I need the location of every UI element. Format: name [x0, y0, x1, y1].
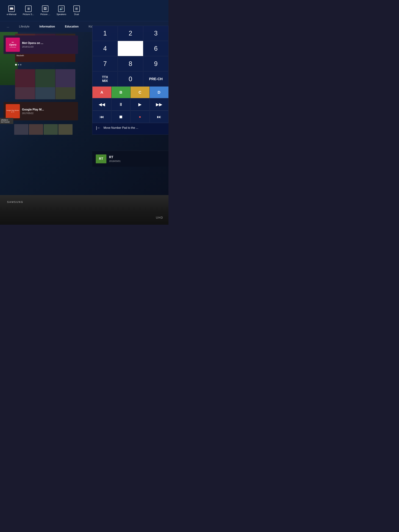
btn-pause[interactable]: ⏸ [112, 98, 131, 110]
sothebys-area: otheby's 017/11/22 [0, 118, 13, 124]
video-cell-1 [15, 69, 35, 87]
opera-card[interactable]: Met Opera on Demand Met Opera on ... 201… [4, 35, 78, 54]
numpad-overlay: 1 2 3 4 6 7 8 [92, 26, 168, 135]
emanual-icon: 📖 [8, 6, 15, 12]
numpad-key-9[interactable]: 9 [143, 56, 168, 71]
picture-icon: 🖼 [42, 6, 48, 12]
bottom-thumbnails [14, 124, 75, 135]
btn-record[interactable]: ● [131, 111, 150, 123]
color-btn-d[interactable]: D [150, 87, 169, 98]
numpad-key-4[interactable]: 4 [92, 41, 118, 56]
tv-screen: 📖 e-Manual 🖥 Picture S... 🖼 Picture ... … [0, 0, 168, 195]
btn-play[interactable]: ▶ [131, 98, 150, 110]
video-cell-5 [35, 87, 55, 99]
carousel-dots [15, 64, 21, 66]
dot-2[interactable] [18, 64, 19, 65]
macbeth-title: Macbeth [17, 54, 24, 57]
uhd-badge: UHD [156, 216, 163, 219]
speakers-label: Speakers [57, 13, 66, 16]
nav-item-information[interactable]: Information [38, 24, 56, 29]
btn-stop[interactable]: ⏹ [112, 111, 131, 123]
gplay-thumb-label: Google Play Movies & TV [6, 109, 20, 114]
numpad-grid: 1 2 3 4 6 7 8 [92, 26, 168, 87]
color-btn-a[interactable]: A [92, 87, 111, 98]
btn-skip-back[interactable]: ⏮ [92, 111, 111, 123]
btn-skip-forward[interactable]: ⏭ [150, 111, 169, 123]
numpad-key-ttx[interactable]: TTX MIX [92, 71, 118, 87]
numpad-key-prech[interactable]: PRE-CH [143, 71, 168, 87]
video-cell-6 [56, 87, 75, 99]
numpad-key-6[interactable]: 6 [143, 41, 168, 56]
dual-icon: ⊞ [73, 6, 80, 12]
bottom-thumb-1 [14, 124, 28, 135]
video-strip-top [15, 69, 75, 87]
numpad-key-5[interactable] [118, 41, 143, 56]
samsung-logo: SAMSUNG [7, 201, 23, 203]
bottom-thumb-3 [44, 124, 58, 135]
rt-card[interactable]: RT RT 2018/03/01 [92, 151, 168, 167]
media-controls-row1: ◀◀ ⏸ ▶ ▶▶ [92, 98, 168, 110]
video-cell-3 [56, 69, 75, 87]
media-controls-row2: ⏮ ⏹ ● ⏭ [92, 110, 168, 123]
rt-info: RT 2018/03/01 [109, 155, 120, 162]
opera-opera-label: Opera [9, 43, 16, 46]
top-toolbar: 📖 e-Manual 🖥 Picture S... 🖼 Picture ... … [0, 0, 168, 21]
opera-title: Met Opera on ... [22, 42, 43, 45]
color-btn-b[interactable]: B [112, 87, 131, 98]
rt-logo: RT [96, 154, 106, 163]
gplay-date: 2017/05/22 [22, 112, 44, 114]
nav-item-education[interactable]: Education [63, 24, 80, 29]
opera-info: Met Opera on ... 2016/11/10 [22, 42, 43, 48]
macbeth-label: Macbeth [15, 54, 75, 57]
dot-1[interactable] [15, 64, 17, 66]
toolbar-item-emanual[interactable]: 📖 e-Manual [4, 4, 19, 17]
opera-date: 2016/11/10 [22, 45, 43, 48]
nav-item-dots[interactable]: ... [5, 24, 11, 29]
nav-item-lifestyle[interactable]: Lifestyle [18, 24, 31, 29]
bottom-thumb-4 [58, 124, 73, 135]
opera-demand-label: on Demand [10, 46, 16, 48]
numpad-key-1[interactable]: 1 [92, 26, 118, 41]
sothebys-date: 017/11/22 [1, 121, 13, 123]
picture-size-label: Picture S... [23, 13, 34, 16]
dot-3[interactable] [20, 64, 21, 65]
picture-label: Picture ... [40, 13, 50, 16]
sothebys-title: otheby's [1, 119, 13, 121]
rt-date: 2018/03/01 [109, 160, 120, 162]
btn-fast-forward[interactable]: ▶▶ [150, 98, 169, 110]
toolbar-item-dual[interactable]: ⊞ Dual [70, 4, 84, 17]
numpad-key-0[interactable]: 0 [118, 71, 143, 87]
picture-size-icon: 🖥 [25, 6, 32, 12]
gplay-info: Google Play M... 2017/05/22 [22, 108, 44, 114]
bottom-thumb-2 [29, 124, 43, 135]
toolbar-item-speakers[interactable]: 🔊 Speakers [53, 4, 70, 17]
color-buttons-row: A B C D [92, 87, 168, 98]
move-numpad-row[interactable]: |← Move Number Pad to the ... [92, 123, 168, 133]
toolbar-item-picture-size[interactable]: 🖥 Picture S... [19, 4, 37, 17]
video-cell-4 [15, 87, 35, 99]
move-label: Move Number Pad to the ... [104, 126, 138, 129]
video-cell-2 [35, 69, 55, 87]
opera-thumbnail: Met Opera on Demand [6, 38, 20, 52]
move-icon: |← [96, 126, 101, 130]
gplay-title: Google Play M... [22, 108, 44, 111]
google-play-thumbnail: Google Play Movies & TV [6, 104, 20, 118]
speakers-icon: 🔊 [58, 6, 64, 12]
video-strip [15, 69, 75, 99]
opera-met-label: Met [12, 42, 14, 43]
numpad-key-3[interactable]: 3 [143, 26, 168, 41]
btn-rewind[interactable]: ◀◀ [92, 98, 111, 110]
video-strip-bottom [15, 87, 75, 99]
tv-bezel: SAMSUNG UHD [0, 195, 168, 225]
numpad-key-7[interactable]: 7 [92, 56, 118, 71]
google-play-card[interactable]: Google Play Movies & TV Google Play M...… [4, 102, 78, 120]
rt-title: RT [109, 155, 120, 159]
numpad-key-8[interactable]: 8 [118, 56, 143, 71]
emanual-label: e-Manual [7, 13, 16, 16]
numpad-key-2[interactable]: 2 [118, 26, 143, 41]
color-btn-c[interactable]: C [131, 87, 150, 98]
dual-label: Dual [74, 13, 79, 16]
toolbar-item-picture[interactable]: 🖼 Picture ... [37, 4, 53, 17]
